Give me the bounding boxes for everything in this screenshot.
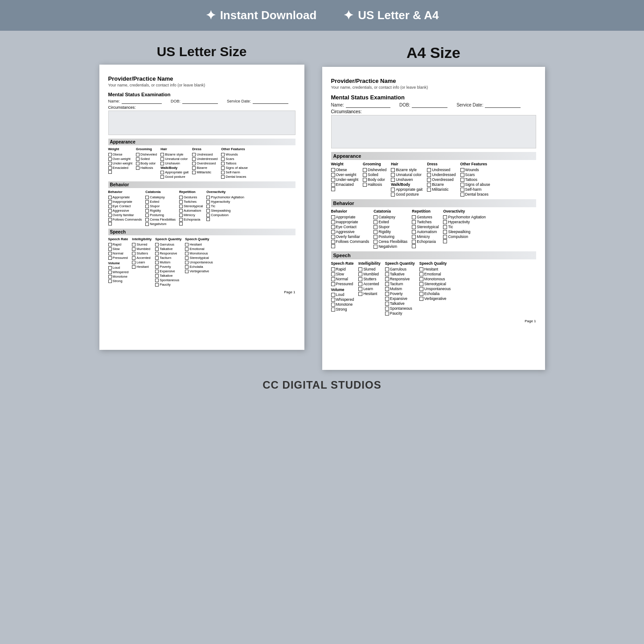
star-icon-1: ✦ [205, 8, 216, 23]
repetition-col-us: Repetition Gestures Twitches Stereotypic… [179, 190, 203, 226]
behavior-col-us: Behavior Appropriate Inappropriate Eye C… [108, 190, 142, 226]
dress-col-a4: Dress Undressed Underdressed Overdressed… [427, 162, 455, 197]
dress-col-us: Dress Undressed Underdressed Overdressed… [192, 147, 217, 179]
speech-grid-a4: Speech Rate Rapid Slow Normal Pressured … [331, 261, 536, 316]
appearance-grid-a4: Weight Obese Over-weight Under-weight Em… [331, 162, 536, 197]
speech-quality-col-us: Speech Quality Hesitant Emotional Monoto… [185, 237, 213, 287]
grooming-col-us: Grooming Disheveled Soiled Body odor Hal… [136, 147, 157, 179]
page-num-a4: Page 1 [331, 319, 536, 323]
appearance-grid-us: Weight Obese Over-weight Under-weight Em… [108, 147, 295, 179]
form-row-us: Name: DOB: Service Date: [108, 99, 295, 104]
hair-col-a4: Hair Bizarre style Unnatural color Unsha… [391, 162, 422, 197]
banner-text-2: US Letter & A4 [358, 8, 439, 22]
banner-item-size: ✦ US Letter & A4 [343, 8, 439, 23]
repetition-col-a4: Repetition Gestures Twitches Stereotypic… [412, 209, 439, 249]
us-letter-wrapper: US Letter Size Provider/Practice Name Yo… [99, 44, 304, 350]
weight-col-us: Weight Obese Over-weight Under-weight Em… [108, 147, 133, 179]
provider-name-a4: Provider/Practice Name [331, 78, 536, 84]
provider-sub-a4: Your name, credentials, or contact info … [331, 85, 536, 90]
grooming-col-a4: Grooming Disheveled Soiled Body odor Hal… [363, 162, 386, 197]
page-num-us: Page 1 [108, 290, 295, 294]
a4-wrapper: A4 Size Provider/Practice Name Your name… [322, 44, 545, 370]
mse-title-a4: Mental Status Examination [331, 94, 536, 101]
circumstances-label-a4: Circumstances: [331, 109, 536, 114]
star-icon-2: ✦ [343, 8, 353, 23]
speech-bar-a4: Speech [331, 251, 536, 259]
banner-item-download: ✦ Instant Download [205, 8, 317, 23]
overactivity-col-us: Overactivity Psychomotor Agitation Hyper… [206, 190, 244, 226]
speech-rate-col-a4: Speech Rate Rapid Slow Normal Pressured … [331, 261, 354, 316]
provider-name-us: Provider/Practice Name [108, 75, 295, 82]
speech-quality-col-a4: Speech Quality Hesitant Emotional Monoto… [419, 261, 451, 316]
documents-row: US Letter Size Provider/Practice Name Yo… [27, 44, 617, 370]
us-letter-paper: Provider/Practice Name Your name, creden… [99, 65, 304, 350]
a4-paper: Provider/Practice Name Your name, creden… [322, 67, 545, 370]
footer-brand: CC DIGITAL STUDIOS [263, 370, 381, 396]
dob-field-a4: DOB: [399, 103, 447, 108]
speech-grid-us: Speech Rate Rapid Slow Normal Pressured … [108, 237, 295, 287]
circumstances-box-a4 [331, 115, 536, 148]
provider-sub-us: Your name, credentials, or contact info … [108, 83, 295, 87]
circumstances-box-us [108, 111, 295, 135]
top-banner: ✦ Instant Download ✦ US Letter & A4 [0, 0, 644, 31]
speech-bar-us: Speech [108, 229, 295, 235]
name-field-us: Name: [108, 99, 162, 104]
mse-title-us: Mental Status Examination [108, 92, 295, 97]
speech-rate-col-us: Speech Rate Rapid Slow Normal Pressured … [108, 237, 129, 287]
weight-col-a4: Weight Obese Over-weight Under-weight Em… [331, 162, 359, 197]
other-col-us: Other Features Wounds Scars Tattoos Sign… [221, 147, 248, 179]
form-row-a4: Name: DOB: Service Date: [331, 103, 536, 108]
service-field-a4: Service Date: [456, 103, 521, 108]
speech-quantity-col-a4: Speech Quantity Garrulous Talkative Resp… [385, 261, 415, 316]
speech-quantity-col-us: Speech Quantity Garrulous Talkative Resp… [155, 237, 181, 287]
banner-text-1: Instant Download [220, 8, 317, 22]
a4-title: A4 Size [406, 44, 460, 62]
appearance-bar-us: Appearance [108, 139, 295, 145]
hair-col-us: Hair Bizarre style Unnatural color Unsha… [160, 147, 189, 179]
catatonia-col-us: Catatonia Catalepsy Exited Stupor Rigidi… [145, 190, 176, 226]
dob-field-us: DOB: [171, 99, 218, 104]
other-col-a4: Other Features Wounds Scars Tattoos Sign… [460, 162, 490, 197]
circumstances-label-us: Circumstances: [108, 105, 295, 110]
behavior-bar-us: Behavior [108, 181, 295, 188]
main-content: US Letter Size Provider/Practice Name Yo… [0, 31, 644, 644]
behavior-grid-us: Behavior Appropriate Inappropriate Eye C… [108, 190, 295, 226]
us-letter-title: US Letter Size [157, 44, 247, 59]
behavior-col-a4: Behavior Appropriate Inappropriate Eye C… [331, 209, 369, 249]
behavior-grid-a4: Behavior Appropriate Inappropriate Eye C… [331, 209, 536, 249]
intelligibility-col-a4: Intelligibility Slurred Mumbled Stutters… [358, 261, 381, 316]
overactivity-col-a4: Overactivity Psychomotor Agitation Hyper… [443, 209, 486, 249]
name-field-a4: Name: [331, 103, 390, 108]
catatonia-col-a4: Catatonia Catalepsy Exited Stupor Rigidi… [373, 209, 407, 249]
intelligibility-col-us: Intelligibility Slurred Mumbled Stutters… [132, 237, 152, 287]
appearance-bar-a4: Appearance [331, 152, 536, 160]
service-field-us: Service Date: [227, 99, 288, 104]
behavior-bar-a4: Behavior [331, 199, 536, 207]
